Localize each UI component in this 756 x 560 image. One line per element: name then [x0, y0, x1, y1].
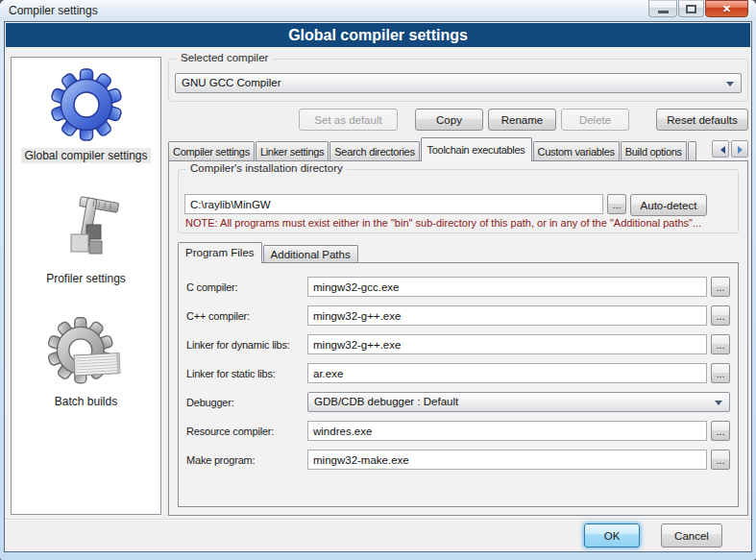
auto-detect-button[interactable]: Auto-detect — [630, 194, 707, 216]
right-triangle-icon — [738, 146, 746, 154]
tab-scroll-right-icon[interactable] — [731, 140, 748, 158]
reset-defaults-button[interactable]: Reset defaults — [656, 109, 748, 131]
maximize-button[interactable] — [678, 0, 704, 17]
compiler-actions: Set as default Copy Rename Delete Reset … — [168, 109, 748, 131]
program-label: Debugger: — [186, 397, 304, 408]
toolchain-executables-page: Compiler's installation directory ... Au… — [168, 160, 748, 516]
cpp-compiler-input[interactable] — [307, 305, 707, 326]
install-dir-row: ... Auto-detect — [184, 194, 732, 214]
rename-button[interactable]: Rename — [488, 109, 556, 131]
linker-dynamic-input[interactable] — [307, 334, 707, 354]
dialog-footer: OK Cancel — [5, 519, 751, 551]
debugger-select[interactable]: GDB/CDB debugger : Default — [307, 392, 730, 412]
install-dir-group: Compiler's installation directory ... Au… — [178, 169, 739, 233]
make-program-input[interactable] — [307, 450, 707, 470]
tab-compiler-settings[interactable]: Compiler settings — [168, 141, 255, 161]
gear-papers-icon — [48, 315, 125, 392]
sidebar-item-batch-builds[interactable]: Batch builds — [12, 309, 160, 409]
tab-build-options[interactable]: Build options — [621, 141, 687, 161]
settings-content: Selected compiler GNU GCC Compiler Set a… — [168, 53, 749, 516]
sidebar-item-profiler-settings[interactable]: Profiler settings — [12, 186, 160, 286]
caliper-cubes-icon — [48, 192, 125, 269]
minimize-icon — [658, 11, 669, 13]
program-row-linker-static: Linker for static libs: ... — [186, 363, 730, 383]
selected-compiler-group-label: Selected compiler — [177, 52, 272, 63]
close-icon — [706, 1, 747, 17]
program-row-make-program: Make program: ... — [186, 450, 730, 470]
program-row-c-compiler: C compiler: ... — [186, 277, 730, 297]
program-label: C++ compiler: — [186, 310, 304, 322]
sidebar-item-label: Batch builds — [52, 394, 120, 409]
install-dir-note: NOTE: All programs must exist either in … — [185, 217, 735, 229]
resource-compiler-input[interactable] — [307, 421, 707, 441]
browse-button[interactable]: ... — [711, 421, 730, 441]
linker-static-input[interactable] — [307, 363, 707, 383]
settings-category-list: Global compiler settings — [11, 57, 161, 515]
sidebar-item-global-compiler-settings[interactable]: Global compiler settings — [12, 58, 160, 163]
sidebar-item-label: Global compiler settings — [21, 148, 150, 163]
selected-compiler-group: Selected compiler GNU GCC Compiler — [168, 59, 748, 102]
window-controls — [648, 0, 748, 17]
program-label: Linker for dynamic libs: — [186, 339, 304, 351]
subtab-program-files[interactable]: Program Files — [178, 242, 262, 263]
subtab-additional-paths[interactable]: Additional Paths — [263, 245, 358, 263]
c-compiler-input[interactable] — [307, 277, 707, 297]
cancel-button[interactable]: Cancel — [661, 523, 722, 548]
copy-button[interactable]: Copy — [415, 109, 483, 131]
program-row-linker-dynamic: Linker for dynamic libs: ... — [186, 334, 730, 354]
compiler-tabs: Compiler settings Linker settings Search… — [168, 137, 748, 161]
ok-button[interactable]: OK — [584, 523, 640, 548]
compiler-settings-window: Compiler settings Global compiler settin… — [0, 0, 756, 560]
tab-search-directories[interactable]: Search directories — [329, 141, 419, 161]
browse-button[interactable]: ... — [711, 277, 730, 297]
close-button[interactable] — [705, 0, 748, 17]
minimize-button[interactable] — [648, 0, 677, 17]
sidebar-item-label: Profiler settings — [43, 271, 129, 286]
browse-button[interactable]: ... — [711, 363, 730, 383]
titlebar[interactable]: Compiler settings — [0, 0, 756, 21]
program-label: Make program: — [186, 454, 304, 466]
dialog-body: Global compiler settings — [4, 21, 752, 552]
window-title: Compiler settings — [9, 4, 98, 17]
left-triangle-icon — [717, 146, 725, 154]
tab-toolchain-executables[interactable]: Toolchain executables — [421, 137, 532, 161]
program-subtabs: Program Files Additional Paths — [178, 242, 359, 263]
tab-scroll-left-icon[interactable] — [712, 140, 729, 158]
tab-clipped[interactable] — [688, 141, 696, 161]
install-dir-browse-button[interactable]: ... — [607, 194, 626, 214]
browse-button[interactable]: ... — [711, 450, 730, 470]
tab-linker-settings[interactable]: Linker settings — [256, 141, 329, 161]
set-as-default-button[interactable]: Set as default — [299, 109, 398, 131]
browse-button[interactable]: ... — [711, 334, 730, 354]
program-label: C compiler: — [186, 281, 304, 293]
browse-button[interactable]: ... — [711, 305, 730, 326]
program-row-cpp-compiler: C++ compiler: ... — [186, 305, 730, 326]
maximize-icon — [686, 5, 696, 13]
install-dir-group-label: Compiler's installation directory — [186, 162, 347, 174]
debugger-value: GDB/CDB debugger : Default — [314, 396, 458, 407]
delete-button[interactable]: Delete — [561, 109, 629, 131]
program-row-resource-compiler: Resource compiler: ... — [186, 421, 730, 441]
tab-custom-variables[interactable]: Custom variables — [533, 141, 620, 161]
program-label: Linker for static libs: — [186, 368, 304, 379]
tab-scroll-buttons — [709, 140, 748, 158]
page-title: Global compiler settings — [6, 23, 750, 47]
program-label: Resource compiler: — [186, 426, 304, 437]
install-dir-input[interactable] — [184, 194, 603, 214]
program-files-page: C compiler: ... C++ compiler: ... Linker… — [178, 262, 739, 507]
selected-compiler-value: GNU GCC Compiler — [182, 77, 281, 88]
program-row-debugger: Debugger: GDB/CDB debugger : Default — [186, 392, 730, 412]
gear-blue-icon — [46, 63, 127, 146]
selected-compiler-select[interactable]: GNU GCC Compiler — [175, 73, 742, 93]
